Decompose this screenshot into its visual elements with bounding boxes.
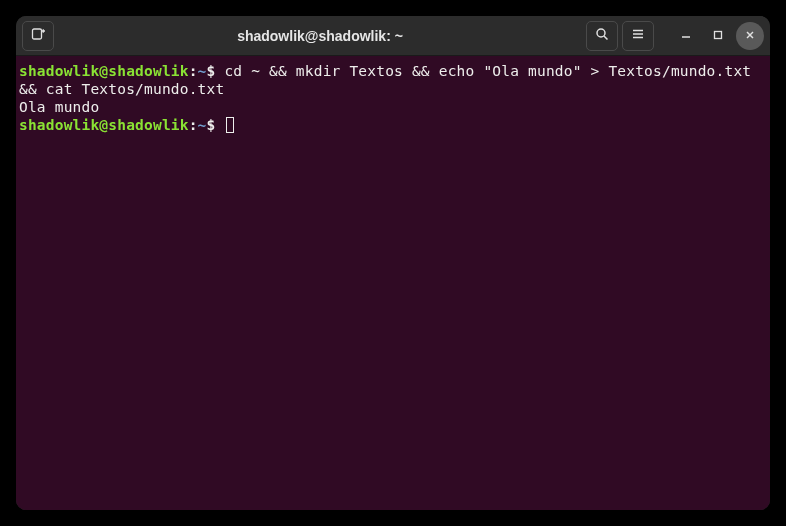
prompt-path: ~	[198, 63, 207, 79]
maximize-button[interactable]	[704, 22, 732, 50]
prompt-colon: :	[189, 63, 198, 79]
hamburger-icon	[630, 26, 646, 45]
new-tab-button[interactable]	[22, 21, 54, 51]
minimize-button[interactable]	[672, 22, 700, 50]
maximize-icon	[712, 26, 724, 45]
cursor	[226, 117, 234, 133]
terminal-window: shadowlik@shadowlik: ~	[16, 16, 770, 510]
new-tab-icon	[30, 26, 46, 45]
close-button[interactable]	[736, 22, 764, 50]
svg-point-3	[597, 29, 605, 37]
svg-rect-0	[33, 29, 42, 39]
svg-rect-9	[715, 32, 722, 39]
command-output: Ola mundo	[19, 99, 99, 115]
minimize-icon	[680, 26, 692, 45]
terminal-content[interactable]: shadowlik@shadowlik:~$ cd ~ && mkdir Tex…	[16, 56, 770, 510]
search-icon	[594, 26, 610, 45]
prompt-colon-2: :	[189, 117, 198, 133]
prompt-user-host-2: shadowlik@shadowlik	[19, 117, 189, 133]
close-icon	[744, 26, 756, 45]
svg-line-4	[604, 36, 608, 40]
prompt-user-host: shadowlik@shadowlik	[19, 63, 189, 79]
titlebar-right	[586, 21, 764, 51]
search-button[interactable]	[586, 21, 618, 51]
titlebar-left	[22, 21, 54, 51]
prompt-symbol-2: $	[207, 117, 216, 133]
titlebar: shadowlik@shadowlik: ~	[16, 16, 770, 56]
menu-button[interactable]	[622, 21, 654, 51]
window-title: shadowlik@shadowlik: ~	[54, 28, 586, 44]
terminal-text: shadowlik@shadowlik:~$ cd ~ && mkdir Tex…	[19, 62, 767, 134]
prompt-path-2: ~	[198, 117, 207, 133]
